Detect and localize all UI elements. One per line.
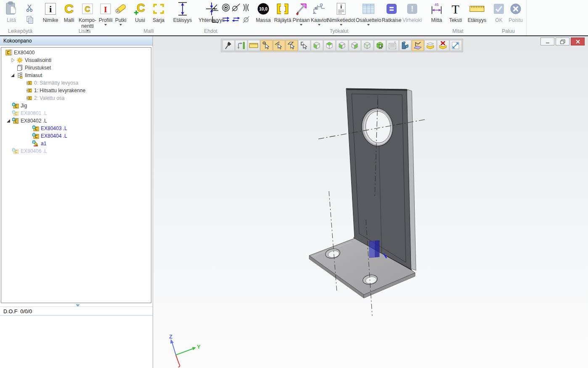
tree-item[interactable]: 2: Valettu osa [1,94,151,102]
expander-expanded-icon[interactable] [10,72,16,79]
parallel-constraint-icon [221,15,230,24]
axis-triad: Z Y [169,333,201,367]
tree-item[interactable]: EX80402 .L [1,117,151,125]
assembly-panel: Kokoonpano EX80400VisualisointiPiirustuk… [0,36,153,368]
minimize-button[interactable] [540,37,554,45]
tree-item-label: EX80402 .L [21,118,47,124]
close-button[interactable] [571,37,585,45]
tree-item[interactable]: 1: Hitsattu levyrakenne [1,87,151,94]
tree-item[interactable]: Visualisointi [1,56,151,64]
series-button[interactable]: Sarja [150,1,167,23]
dimension-button[interactable]: 45 Mitta [427,1,446,23]
component-button[interactable]: C Kompo- nentti [77,1,98,32]
tree-item[interactable]: EX80404 .L [1,132,151,140]
symmetry-constraint-icon [241,3,251,12]
cube-right-face-button[interactable] [349,40,361,51]
mass-button[interactable]: 10,0 Massa [254,1,273,23]
group-label-insert: Lisää [40,28,129,34]
cube-select-button[interactable] [374,40,386,51]
concentric-constraint-button[interactable] [221,3,231,13]
phase-item-icon [26,87,32,94]
tree-item[interactable]: Piirustukset [1,64,151,72]
pipe-icon [114,1,127,17]
parts-list-button[interactable]: Osaluettelo [355,1,381,26]
cube-solid-button[interactable] [361,40,373,51]
parts-list-icon [362,1,375,17]
cut-button[interactable] [25,3,34,13]
symmetry-constraint-button[interactable] [241,3,251,13]
tree-item[interactable]: Jig [1,102,151,109]
model-canvas[interactable]: Z Y [154,36,588,368]
cube-top-face-button[interactable] [323,40,336,51]
paste-button[interactable]: Liitä [2,1,21,23]
svg-text:C: C [85,5,90,13]
box-delete-button[interactable] [437,40,449,51]
tree-item[interactable]: a1 [1,140,151,147]
tree-item-label: EX80801 .L [21,110,47,116]
assembly-tree[interactable]: EX80400VisualisointiPiirustuksetIlmiasut… [1,47,151,303]
measure-route-button[interactable] [235,40,247,51]
viewport[interactable]: Z Y [154,36,588,368]
tree-item[interactable]: 0: Särmätty levyosa [1,79,151,87]
expand-view-button[interactable] [450,40,462,51]
perpendicular-constraint-icon [210,15,220,24]
measure-distance-button[interactable]: Etäisyys [465,1,489,23]
select-point-button[interactable] [260,40,273,51]
dof-status: D.O.F 0/0/0 [0,307,153,316]
ok-button[interactable]: OK [491,1,506,23]
ribbon-group-dimensions: 45 Mitta T Teksti Etäisyys Mitat [425,0,491,35]
cube-left-face-button[interactable] [336,40,348,51]
group-label-dimensions: Mitat [425,28,490,34]
pipe-button[interactable]: Putki [114,1,128,26]
item-button[interactable]: i Nimike [41,1,60,23]
display-list-button[interactable] [387,40,399,51]
pin-button[interactable] [222,40,235,51]
tree-item[interactable]: EX80400 [1,49,151,56]
offset-constraint-button[interactable] [241,14,251,24]
ruler-icon [249,43,258,48]
angle-constraint-button[interactable] [210,3,220,13]
expander-collapsed-icon[interactable] [10,57,16,64]
new-button[interactable]: C Uusi [131,1,149,23]
tree-item[interactable]: EX80801 .L [1,109,151,117]
profile-button[interactable]: I Profiili [98,1,114,26]
tree-item[interactable]: EX80406 .L [1,147,151,155]
copy-button[interactable] [25,15,34,24]
solve-button[interactable]: Ratkaise [382,1,401,23]
tree-item[interactable]: Ilmiasut [1,72,151,79]
distance-constraint-button[interactable]: Etäisyys [170,1,196,23]
assembly-lock-icon [12,117,19,124]
sketch-plane-button[interactable] [412,40,424,51]
tree-item-label: a1 [41,141,46,147]
chevron-down-icon [318,24,320,26]
restore-button[interactable] [556,37,569,45]
perpendicular-constraint-button[interactable] [210,14,220,24]
tree-item-label: Ilmiasut [25,72,42,78]
model-button[interactable]: C Malli [61,1,77,23]
select-face-button[interactable] [286,40,298,51]
schematics-button[interactable]: Kaaviot [310,1,328,26]
measure-button[interactable] [248,40,260,51]
explode-icon [276,1,289,17]
exit-button[interactable]: Poistu [506,1,525,23]
error-log-button[interactable]: ! Virheloki [401,1,424,23]
restore-icon [560,39,566,44]
series-icon [152,1,165,17]
tangent-constraint-button[interactable] [231,3,241,13]
cube-front-face-button[interactable] [311,40,323,51]
item-data-button[interactable]: i Nimiketiedot [328,1,354,26]
ribbon-group-clipboard: Liitä Leikepöytä [0,0,41,35]
to-surface-button[interactable]: Pintaan [292,1,310,26]
select-edge-button[interactable] [273,40,285,51]
viewport-toolbar [221,39,463,52]
text-button[interactable]: T Teksti [447,1,464,23]
antiparallel-constraint-button[interactable] [231,14,241,24]
select-component-button[interactable] [298,40,310,51]
tree-item[interactable]: EX80403 .L [1,125,151,132]
box-open-button[interactable] [424,40,437,51]
expander-expanded-icon[interactable] [5,117,12,124]
parallel-constraint-button[interactable] [221,14,231,24]
explode-button[interactable]: Räjäytä [273,1,292,23]
angle-constraint-icon [210,3,220,12]
part-view-button[interactable] [399,40,411,51]
